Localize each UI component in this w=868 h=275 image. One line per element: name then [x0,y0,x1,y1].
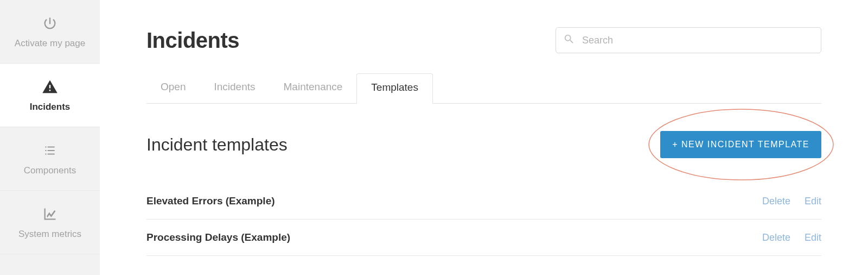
sidebar-item-system-metrics[interactable]: System metrics [0,191,100,254]
section-title: Incident templates [146,135,288,155]
list-icon [43,142,57,159]
delete-link[interactable]: Delete [762,232,790,243]
template-actions: Delete Edit [762,196,821,207]
tab-open[interactable]: Open [146,73,200,104]
main-content: Incidents Open Incidents Maintenance Tem… [100,0,868,275]
tabs: Open Incidents Maintenance Templates [146,73,821,104]
sidebar-item-label: Activate my page [15,38,85,49]
tab-templates[interactable]: Templates [356,73,433,104]
edit-link[interactable]: Edit [805,232,821,243]
template-row: Processing Delays (Example) Delete Edit [146,220,821,256]
search-input[interactable] [556,27,821,53]
sidebar-item-label: Incidents [30,102,71,112]
page-title: Incidents [146,28,239,53]
sidebar-item-label: Components [24,165,76,176]
template-name: Elevated Errors (Example) [146,195,275,207]
sidebar: Activate my page Incidents Components Sy… [0,0,100,275]
tab-maintenance[interactable]: Maintenance [270,73,357,104]
template-list: Elevated Errors (Example) Delete Edit Pr… [146,183,821,256]
header-row: Incidents [146,27,821,53]
warning-icon [42,79,58,95]
template-name: Processing Delays (Example) [146,232,290,243]
edit-link[interactable]: Edit [805,196,821,207]
chart-icon [42,206,58,222]
section-header: Incident templates + NEW INCIDENT TEMPLA… [146,131,821,158]
sidebar-item-incidents[interactable]: Incidents [0,64,100,127]
sidebar-item-components[interactable]: Components [0,127,100,191]
delete-link[interactable]: Delete [762,196,790,207]
template-actions: Delete Edit [762,232,821,243]
new-incident-template-button[interactable]: + NEW INCIDENT TEMPLATE [660,131,821,158]
sidebar-item-label: System metrics [18,229,81,240]
template-row: Elevated Errors (Example) Delete Edit [146,183,821,220]
sidebar-item-activate[interactable]: Activate my page [0,0,100,64]
search-field-wrap [556,27,821,53]
tab-incidents[interactable]: Incidents [200,73,269,104]
new-button-wrap: + NEW INCIDENT TEMPLATE [660,131,821,158]
power-icon [42,15,58,32]
